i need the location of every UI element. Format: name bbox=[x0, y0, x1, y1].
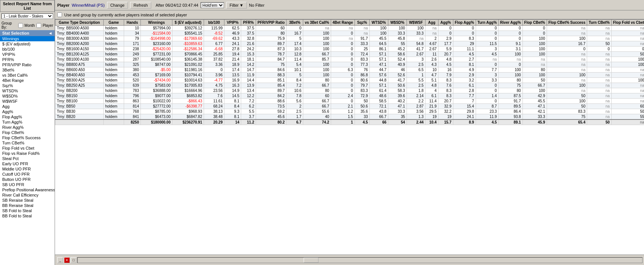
cell-bb100: -6.68 bbox=[204, 47, 224, 52]
cell-winnings: $8747.00 bbox=[141, 62, 172, 67]
th-wswsf[interactable]: W$WSF bbox=[407, 20, 425, 26]
stat-item-sb_fold_steal[interactable]: SB Fold to Steal bbox=[0, 208, 55, 213]
th-3bet[interactable]: 3Bet% bbox=[287, 20, 303, 26]
cell-pfrvpip: 84.2 bbox=[256, 93, 287, 99]
cell-wtsd: 61.4 bbox=[369, 88, 388, 93]
stat-item-river_agg[interactable]: River Agg% bbox=[0, 125, 55, 130]
stat-item-aggp[interactable]: Agg% bbox=[0, 109, 55, 114]
restore-button[interactable]: □ bbox=[71, 257, 77, 263]
stat-item-ev_adjusted[interactable]: $ (EV adjusted) bbox=[0, 41, 55, 47]
stat-item-bb100[interactable]: bb/100 bbox=[0, 47, 55, 52]
th-sqz[interactable]: Sqz% bbox=[355, 20, 369, 26]
th-vs3bet[interactable]: vs 3Bet Call% bbox=[303, 20, 331, 26]
stat-item-flop_fold_cbet[interactable]: Flop Fold vs Cbet bbox=[0, 146, 55, 151]
th-vpip[interactable]: VPIP% bbox=[224, 20, 241, 26]
stat-item-flop_cbet_success[interactable]: Flop CBet% Success bbox=[0, 135, 55, 140]
stat-item-sb_reraise_steal[interactable]: SB Reraise Steal bbox=[0, 198, 55, 203]
cell-3bet: 5 bbox=[287, 36, 303, 41]
cell-ragg: 80 bbox=[498, 88, 522, 93]
stat-item-river_call_efficiency[interactable]: River Call Efficiency bbox=[0, 192, 55, 198]
th-agg[interactable]: Agg bbox=[425, 20, 438, 26]
th-flop-fold[interactable]: Flop Fold vs Cbet bbox=[611, 20, 644, 26]
refresh-button[interactable]: Refresh bbox=[130, 2, 151, 9]
table-row: Trny: BB200 holdem 783 $36888.00 $16664.… bbox=[55, 88, 644, 93]
table-area[interactable]: Game Type Description Game Hands Winning… bbox=[55, 19, 644, 255]
th-fcbets[interactable]: Flop CBet% Success bbox=[547, 20, 587, 26]
th-agp[interactable]: Agg% bbox=[438, 20, 453, 26]
stat-item-turn_agg[interactable]: Turn Agg% bbox=[0, 119, 55, 125]
th-pfrvpip[interactable]: PFR/VPIP Ratio bbox=[256, 20, 287, 26]
stat-item-steal_pct[interactable]: Steal Pct bbox=[0, 156, 55, 161]
cell-sqz: 50.6 bbox=[355, 104, 369, 109]
stat-item-wtsd[interactable]: WTSD% bbox=[0, 88, 55, 93]
stat-item-flop_cbet[interactable]: Flop CBet% bbox=[0, 130, 55, 135]
stat-item-vpip[interactable]: VPIP% bbox=[0, 52, 55, 57]
stat-item-middle_uo_pfr[interactable]: Middle UO PFR bbox=[0, 166, 55, 172]
minimize-button[interactable]: _ bbox=[57, 257, 63, 263]
th-game[interactable]: Game bbox=[104, 20, 124, 26]
cell-vs3bet: 80 bbox=[303, 88, 331, 93]
cell-aggp: 17.7 bbox=[438, 41, 453, 47]
cell-flagg: 6.1 bbox=[453, 83, 476, 88]
stat-item-winnings[interactable]: Winnings bbox=[0, 36, 55, 41]
stat-item-wssd[interactable]: W$SD% bbox=[0, 93, 55, 99]
cell-wssd: 58.6 bbox=[388, 52, 407, 57]
cell-ragg: 3.1 bbox=[498, 47, 522, 52]
cell-tcbet: na bbox=[587, 57, 611, 62]
cell-flagg: 11.1 bbox=[453, 47, 476, 52]
stat-item-bb_reraise_steal[interactable]: BB Reraise Steal bbox=[0, 203, 55, 208]
stat-item-cutoff_uo_pfr[interactable]: Cutoff UO PFR bbox=[0, 172, 55, 177]
change-button[interactable]: Change bbox=[107, 2, 128, 9]
stat-item-vs3bet[interactable]: vs 3Bet Call% bbox=[0, 73, 55, 78]
th-ragg[interactable]: River Agg% bbox=[498, 20, 522, 26]
stat-item-early_uo_pfr[interactable]: Early UO PFR bbox=[0, 161, 55, 166]
game-type-select[interactable]: Hold'em bbox=[201, 2, 224, 8]
stat-item-turn_cbet[interactable]: Turn CBet% bbox=[0, 140, 55, 146]
active-players-checkbox[interactable] bbox=[57, 12, 62, 17]
cell-wtsd: 58.5 bbox=[369, 99, 388, 104]
stat-item-bb_fold_steal[interactable]: BB Fold to Steal bbox=[0, 213, 55, 218]
filter-button[interactable]: Filter ▼ bbox=[226, 2, 247, 9]
cell-flopfold: 60 bbox=[611, 104, 644, 109]
stat-item-flop_vs_raise[interactable]: Flop vs Raise Fold% bbox=[0, 151, 55, 156]
th-game-desc[interactable]: Game Type Description bbox=[55, 20, 104, 26]
scrollbar-thumb[interactable] bbox=[304, 258, 318, 263]
cell-hands: 796 bbox=[124, 93, 141, 99]
th-ev[interactable]: $ (EV adjusted) bbox=[172, 20, 204, 26]
report-select[interactable]: 1 - Leak Buster - Stakes bbox=[1, 13, 53, 19]
th-4bet[interactable]: 4Bet Range bbox=[331, 20, 355, 26]
horizontal-scrollbar[interactable] bbox=[77, 257, 643, 263]
month-checkbox[interactable] bbox=[18, 23, 23, 28]
th-wtsd[interactable]: WTSD% bbox=[369, 20, 388, 26]
th-tagg[interactable]: Turn Agg% bbox=[476, 20, 498, 26]
stat-item-preflop_awareness[interactable]: Preflop Positional Awareness bbox=[0, 187, 55, 192]
stat-item-pfr[interactable]: PFR% bbox=[0, 57, 55, 62]
th-bb100[interactable]: bb/100 bbox=[204, 20, 224, 26]
stat-item-4bet[interactable]: 4Bet Range bbox=[0, 78, 55, 83]
cell-flagg: 4.5 bbox=[453, 52, 476, 57]
th-flagg[interactable]: Flop Agg% bbox=[453, 20, 476, 26]
stat-item-pfr_vpip[interactable]: PFR/VPIP Ratio bbox=[0, 62, 55, 67]
cell-game-desc: Trny: BB20 bbox=[55, 114, 104, 120]
th-winnings[interactable]: Winnings bbox=[141, 20, 172, 26]
collapse-icon[interactable]: ◄ bbox=[48, 31, 52, 35]
cell-3bet: 5.6 bbox=[287, 99, 303, 104]
th-hands[interactable]: Hands bbox=[124, 20, 141, 26]
stat-item-button_uo_pfr[interactable]: Button UO PFR bbox=[0, 177, 55, 182]
total-flagg: 8.9 bbox=[453, 119, 476, 125]
stat-item-sqz[interactable]: Sqz% bbox=[0, 83, 55, 88]
stat-item-wswsf[interactable]: W$WSF bbox=[0, 99, 55, 104]
stat-item-agg[interactable]: Agg bbox=[0, 104, 55, 109]
close-button[interactable]: ✕ bbox=[64, 257, 70, 263]
cell-wssd: 41.7 bbox=[388, 78, 407, 83]
stat-item-flop_agg[interactable]: Flop Agg% bbox=[0, 114, 55, 119]
cell-bb100: 115.99 bbox=[204, 26, 224, 31]
stat-item-3bet[interactable]: 3Bet% bbox=[0, 67, 55, 73]
th-wssd[interactable]: W$SD% bbox=[388, 20, 407, 26]
stat-item-sb_uo_pfr[interactable]: SB UO PFR bbox=[0, 182, 55, 187]
cell-tagg: 0 bbox=[476, 26, 498, 31]
th-tcbet[interactable]: Turn CBet% bbox=[587, 20, 611, 26]
player-checkbox[interactable] bbox=[36, 23, 41, 28]
th-fcbet[interactable]: Flop CBet% bbox=[522, 20, 547, 26]
th-pfr[interactable]: PFR% bbox=[241, 20, 256, 26]
